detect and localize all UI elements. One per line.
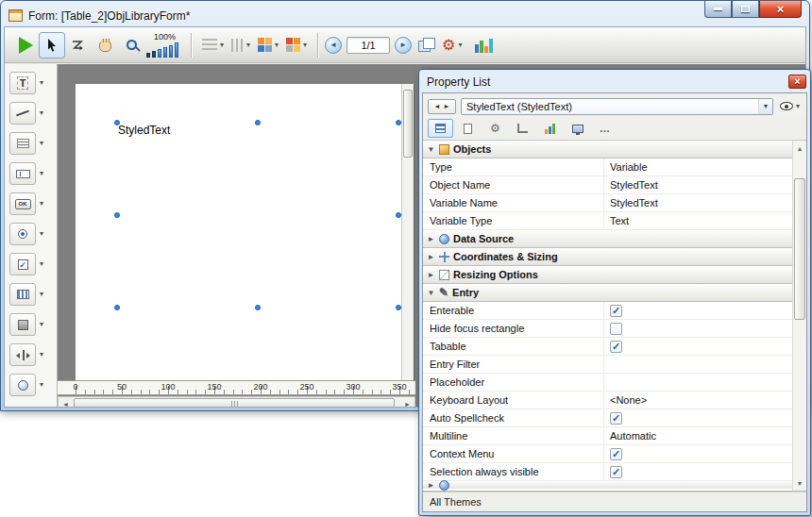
zoom-widget[interactable]: 100% <box>146 33 178 58</box>
selection-handle[interactable] <box>114 305 120 310</box>
property-list-titlebar[interactable]: Property List × <box>419 70 810 91</box>
scroll-left-arrow[interactable]: ◄ <box>59 397 73 408</box>
section-entry[interactable]: ▼ ✎ Entry <box>423 284 792 302</box>
distribute-dropdown-button[interactable]: ▾ <box>228 39 254 52</box>
settings-dropdown-button[interactable]: ⚙ ▾ <box>438 38 465 53</box>
display-options-button[interactable] <box>412 32 438 58</box>
tool-row: ▾ <box>5 128 57 158</box>
rectangle-tool-button[interactable] <box>9 313 36 336</box>
property-value[interactable]: Variable <box>604 158 792 175</box>
align-dropdown-button[interactable]: ▾ <box>198 39 228 51</box>
tab-settings[interactable]: ⚙ <box>482 119 508 138</box>
listbox-tool-button[interactable] <box>9 283 36 306</box>
line-tool-dropdown[interactable]: ▾ <box>40 109 43 117</box>
property-grid-scrollbar[interactable]: ▲ ▼ <box>792 141 806 491</box>
zoom-bars-icon[interactable] <box>146 42 178 58</box>
selection-handle[interactable] <box>114 212 120 218</box>
form-page[interactable]: StyledText <box>76 84 414 380</box>
line-tool-button[interactable] <box>9 102 36 125</box>
form-vertical-scrollbar[interactable] <box>401 84 414 380</box>
selection-handle[interactable] <box>114 120 120 125</box>
group-dropdown-button[interactable]: ▾ <box>282 38 311 52</box>
run-form-button[interactable] <box>12 32 39 58</box>
canvas-horizontal-scrollbar[interactable]: ◄ ► <box>58 396 415 408</box>
next-page-button[interactable]: ► <box>395 37 412 54</box>
scroll-right-arrow[interactable]: ► <box>400 397 414 408</box>
listbox-tool-dropdown[interactable]: ▾ <box>40 291 43 298</box>
property-list-close-button[interactable]: × <box>788 75 806 89</box>
page-indicator[interactable]: 1/1 <box>347 37 390 54</box>
level-dropdown-button[interactable]: ▾ <box>254 38 282 52</box>
property-value[interactable] <box>604 356 792 373</box>
scroll-down-arrow[interactable]: ▼ <box>793 476 806 490</box>
selected-object[interactable]: StyledText <box>118 124 170 137</box>
zoom-tool-button[interactable] <box>118 32 144 58</box>
close-button[interactable]: × <box>759 1 802 18</box>
tab-chart[interactable] <box>537 119 563 138</box>
splitter-tool-button[interactable] <box>9 343 36 366</box>
chart-wizard-button[interactable] <box>475 38 493 53</box>
radio-button-tool-dropdown[interactable]: ▾ <box>40 230 43 238</box>
section-resizing-options[interactable]: ► Resizing Options <box>423 266 792 284</box>
checkbox-tool-dropdown[interactable]: ▾ <box>40 260 43 268</box>
object-selector-dropdown[interactable]: StyledText (StyledText) ▼ <box>461 98 773 115</box>
checkbox[interactable]: ✓ <box>610 466 622 478</box>
object-nav-buttons[interactable]: ◄ ► <box>428 99 456 114</box>
tab-form[interactable] <box>455 119 481 138</box>
input-field-tool-button[interactable] <box>9 162 36 185</box>
themes-footer[interactable]: All Themes <box>423 492 806 511</box>
tool-row: ▾ <box>5 309 57 340</box>
select-tool-button[interactable] <box>39 32 65 58</box>
maximize-icon <box>741 6 750 12</box>
radio-button-tool-button[interactable] <box>9 223 36 245</box>
checkbox[interactable]: ✓ <box>610 305 622 317</box>
input-field-tool-dropdown[interactable]: ▾ <box>40 170 43 177</box>
tab-control-tool-icon <box>18 380 28 391</box>
scrollbar-thumb[interactable] <box>794 178 805 320</box>
scrollbar-thumb[interactable] <box>74 398 395 408</box>
tab-display[interactable] <box>565 119 590 138</box>
property-value[interactable]: StyledText <box>604 194 792 211</box>
scroll-up-arrow[interactable]: ▲ <box>793 142 806 155</box>
checkbox[interactable]: ✓ <box>610 448 622 460</box>
property-value[interactable]: StyledText <box>604 176 792 193</box>
ruler-tick-label: 0 <box>73 382 77 392</box>
pan-tool-button[interactable] <box>92 32 118 58</box>
property-value[interactable]: <None> <box>604 392 792 409</box>
section-coordinates-sizing[interactable]: ► Coordinates & Sizing <box>423 248 792 266</box>
checkbox-tool-button[interactable]: ✓ <box>9 253 36 275</box>
checkbox-tool-icon: ✓ <box>18 259 28 270</box>
button-tool-button[interactable]: OK <box>9 192 36 215</box>
checkbox[interactable]: ✓ <box>610 341 622 353</box>
button-tool-dropdown[interactable]: ▾ <box>40 200 43 208</box>
tab-more[interactable]: … <box>592 119 617 138</box>
section-objects[interactable]: ▼ Objects <box>423 141 792 158</box>
selection-handle[interactable] <box>255 120 261 125</box>
property-value[interactable]: Text <box>604 212 792 229</box>
tab-coordinates[interactable] <box>510 119 535 138</box>
section-partial[interactable]: ► <box>423 481 792 489</box>
scrollbar-thumb[interactable] <box>403 90 413 158</box>
property-value[interactable]: Automatic <box>604 427 792 444</box>
rectangle-tool-dropdown[interactable]: ▾ <box>40 321 43 328</box>
checkbox[interactable]: ✓ <box>610 412 622 425</box>
maximize-button[interactable] <box>732 1 759 18</box>
checkbox[interactable] <box>610 323 622 335</box>
text-tool-button[interactable]: T <box>9 72 36 94</box>
property-value[interactable] <box>604 374 792 391</box>
minimize-button[interactable] <box>704 1 732 18</box>
section-data-source[interactable]: ► Data Source <box>423 230 792 248</box>
view-options-button[interactable]: ▾ <box>778 102 802 110</box>
group-box-tool-button[interactable] <box>9 132 36 155</box>
splitter-tool-dropdown[interactable]: ▾ <box>40 351 43 359</box>
tab-property-list[interactable] <box>428 119 453 138</box>
group-box-tool-dropdown[interactable]: ▾ <box>40 140 43 147</box>
rectangle-tool-icon <box>18 320 28 330</box>
main-titlebar[interactable]: Form: [Table_2]ObjLibraryForm* <box>1 1 809 26</box>
entry-order-tool-button[interactable] <box>65 32 92 58</box>
tab-control-tool-dropdown[interactable]: ▾ <box>40 381 43 389</box>
selection-handle[interactable] <box>255 305 261 310</box>
text-tool-dropdown[interactable]: ▾ <box>40 79 43 87</box>
previous-page-button[interactable]: ◄ <box>325 37 342 54</box>
tab-control-tool-button[interactable] <box>9 374 36 396</box>
